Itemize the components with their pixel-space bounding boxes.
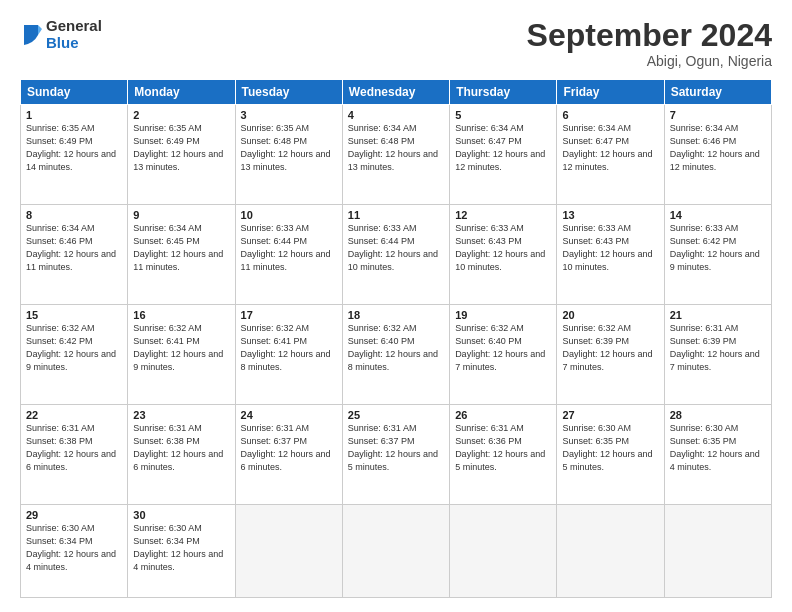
day-info: Sunrise: 6:33 AM Sunset: 6:43 PM Dayligh… [455, 222, 551, 274]
calendar-cell: 9Sunrise: 6:34 AM Sunset: 6:45 PM Daylig… [128, 205, 235, 305]
weekday-header: Tuesday [235, 80, 342, 105]
calendar-cell [342, 505, 449, 598]
day-number: 19 [455, 309, 551, 321]
calendar-cell: 23Sunrise: 6:31 AM Sunset: 6:38 PM Dayli… [128, 405, 235, 505]
day-info: Sunrise: 6:34 AM Sunset: 6:47 PM Dayligh… [455, 122, 551, 174]
day-info: Sunrise: 6:35 AM Sunset: 6:48 PM Dayligh… [241, 122, 337, 174]
day-number: 24 [241, 409, 337, 421]
day-number: 11 [348, 209, 444, 221]
day-info: Sunrise: 6:31 AM Sunset: 6:36 PM Dayligh… [455, 422, 551, 474]
calendar-cell: 13Sunrise: 6:33 AM Sunset: 6:43 PM Dayli… [557, 205, 664, 305]
calendar-cell: 18Sunrise: 6:32 AM Sunset: 6:40 PM Dayli… [342, 305, 449, 405]
day-number: 30 [133, 509, 229, 521]
calendar-cell: 26Sunrise: 6:31 AM Sunset: 6:36 PM Dayli… [450, 405, 557, 505]
day-number: 12 [455, 209, 551, 221]
calendar-cell: 11Sunrise: 6:33 AM Sunset: 6:44 PM Dayli… [342, 205, 449, 305]
calendar-cell: 28Sunrise: 6:30 AM Sunset: 6:35 PM Dayli… [664, 405, 771, 505]
day-info: Sunrise: 6:33 AM Sunset: 6:44 PM Dayligh… [241, 222, 337, 274]
location: Abigi, Ogun, Nigeria [527, 53, 772, 69]
calendar-header: SundayMondayTuesdayWednesdayThursdayFrid… [21, 80, 772, 105]
day-info: Sunrise: 6:34 AM Sunset: 6:45 PM Dayligh… [133, 222, 229, 274]
day-number: 28 [670, 409, 766, 421]
day-number: 29 [26, 509, 122, 521]
day-info: Sunrise: 6:31 AM Sunset: 6:39 PM Dayligh… [670, 322, 766, 374]
day-number: 3 [241, 109, 337, 121]
calendar-cell: 29Sunrise: 6:30 AM Sunset: 6:34 PM Dayli… [21, 505, 128, 598]
calendar-cell [557, 505, 664, 598]
day-number: 16 [133, 309, 229, 321]
top-area: General Blue September 2024 Abigi, Ogun,… [20, 18, 772, 69]
calendar-cell: 10Sunrise: 6:33 AM Sunset: 6:44 PM Dayli… [235, 205, 342, 305]
day-info: Sunrise: 6:30 AM Sunset: 6:35 PM Dayligh… [670, 422, 766, 474]
logo-blue: Blue [46, 35, 102, 52]
day-info: Sunrise: 6:34 AM Sunset: 6:48 PM Dayligh… [348, 122, 444, 174]
day-number: 14 [670, 209, 766, 221]
day-number: 4 [348, 109, 444, 121]
day-number: 23 [133, 409, 229, 421]
day-info: Sunrise: 6:32 AM Sunset: 6:42 PM Dayligh… [26, 322, 122, 374]
day-info: Sunrise: 6:34 AM Sunset: 6:46 PM Dayligh… [26, 222, 122, 274]
day-number: 9 [133, 209, 229, 221]
day-info: Sunrise: 6:31 AM Sunset: 6:38 PM Dayligh… [26, 422, 122, 474]
day-number: 15 [26, 309, 122, 321]
calendar-cell: 1Sunrise: 6:35 AM Sunset: 6:49 PM Daylig… [21, 105, 128, 205]
day-info: Sunrise: 6:33 AM Sunset: 6:42 PM Dayligh… [670, 222, 766, 274]
calendar-cell: 5Sunrise: 6:34 AM Sunset: 6:47 PM Daylig… [450, 105, 557, 205]
day-info: Sunrise: 6:32 AM Sunset: 6:41 PM Dayligh… [133, 322, 229, 374]
day-info: Sunrise: 6:32 AM Sunset: 6:41 PM Dayligh… [241, 322, 337, 374]
day-info: Sunrise: 6:31 AM Sunset: 6:37 PM Dayligh… [348, 422, 444, 474]
calendar-cell: 24Sunrise: 6:31 AM Sunset: 6:37 PM Dayli… [235, 405, 342, 505]
calendar-cell: 6Sunrise: 6:34 AM Sunset: 6:47 PM Daylig… [557, 105, 664, 205]
day-number: 26 [455, 409, 551, 421]
calendar-cell: 4Sunrise: 6:34 AM Sunset: 6:48 PM Daylig… [342, 105, 449, 205]
title-area: September 2024 Abigi, Ogun, Nigeria [527, 18, 772, 69]
calendar-cell: 20Sunrise: 6:32 AM Sunset: 6:39 PM Dayli… [557, 305, 664, 405]
calendar-cell: 14Sunrise: 6:33 AM Sunset: 6:42 PM Dayli… [664, 205, 771, 305]
weekday-header: Thursday [450, 80, 557, 105]
day-number: 27 [562, 409, 658, 421]
week-row: 22Sunrise: 6:31 AM Sunset: 6:38 PM Dayli… [21, 405, 772, 505]
weekday-header: Wednesday [342, 80, 449, 105]
calendar-cell [235, 505, 342, 598]
day-number: 7 [670, 109, 766, 121]
calendar-cell: 15Sunrise: 6:32 AM Sunset: 6:42 PM Dayli… [21, 305, 128, 405]
day-info: Sunrise: 6:32 AM Sunset: 6:39 PM Dayligh… [562, 322, 658, 374]
calendar: SundayMondayTuesdayWednesdayThursdayFrid… [20, 79, 772, 598]
day-number: 6 [562, 109, 658, 121]
day-info: Sunrise: 6:32 AM Sunset: 6:40 PM Dayligh… [348, 322, 444, 374]
calendar-cell: 7Sunrise: 6:34 AM Sunset: 6:46 PM Daylig… [664, 105, 771, 205]
calendar-cell: 22Sunrise: 6:31 AM Sunset: 6:38 PM Dayli… [21, 405, 128, 505]
page: General Blue September 2024 Abigi, Ogun,… [0, 0, 792, 612]
month-title: September 2024 [527, 18, 772, 53]
calendar-cell: 2Sunrise: 6:35 AM Sunset: 6:49 PM Daylig… [128, 105, 235, 205]
day-number: 17 [241, 309, 337, 321]
calendar-cell: 12Sunrise: 6:33 AM Sunset: 6:43 PM Dayli… [450, 205, 557, 305]
day-info: Sunrise: 6:31 AM Sunset: 6:37 PM Dayligh… [241, 422, 337, 474]
day-number: 8 [26, 209, 122, 221]
day-number: 18 [348, 309, 444, 321]
day-number: 21 [670, 309, 766, 321]
logo-text: General Blue [46, 18, 102, 51]
day-number: 5 [455, 109, 551, 121]
calendar-cell [450, 505, 557, 598]
day-info: Sunrise: 6:35 AM Sunset: 6:49 PM Dayligh… [26, 122, 122, 174]
day-info: Sunrise: 6:32 AM Sunset: 6:40 PM Dayligh… [455, 322, 551, 374]
calendar-cell: 25Sunrise: 6:31 AM Sunset: 6:37 PM Dayli… [342, 405, 449, 505]
day-info: Sunrise: 6:31 AM Sunset: 6:38 PM Dayligh… [133, 422, 229, 474]
logo: General Blue [20, 18, 102, 51]
day-number: 13 [562, 209, 658, 221]
day-number: 20 [562, 309, 658, 321]
day-number: 10 [241, 209, 337, 221]
calendar-cell: 30Sunrise: 6:30 AM Sunset: 6:34 PM Dayli… [128, 505, 235, 598]
calendar-cell: 27Sunrise: 6:30 AM Sunset: 6:35 PM Dayli… [557, 405, 664, 505]
day-info: Sunrise: 6:30 AM Sunset: 6:34 PM Dayligh… [133, 522, 229, 574]
weekday-header: Monday [128, 80, 235, 105]
day-info: Sunrise: 6:35 AM Sunset: 6:49 PM Dayligh… [133, 122, 229, 174]
day-number: 2 [133, 109, 229, 121]
calendar-cell: 16Sunrise: 6:32 AM Sunset: 6:41 PM Dayli… [128, 305, 235, 405]
week-row: 29Sunrise: 6:30 AM Sunset: 6:34 PM Dayli… [21, 505, 772, 598]
day-info: Sunrise: 6:34 AM Sunset: 6:47 PM Dayligh… [562, 122, 658, 174]
weekday-header: Sunday [21, 80, 128, 105]
calendar-cell: 19Sunrise: 6:32 AM Sunset: 6:40 PM Dayli… [450, 305, 557, 405]
calendar-cell: 21Sunrise: 6:31 AM Sunset: 6:39 PM Dayli… [664, 305, 771, 405]
